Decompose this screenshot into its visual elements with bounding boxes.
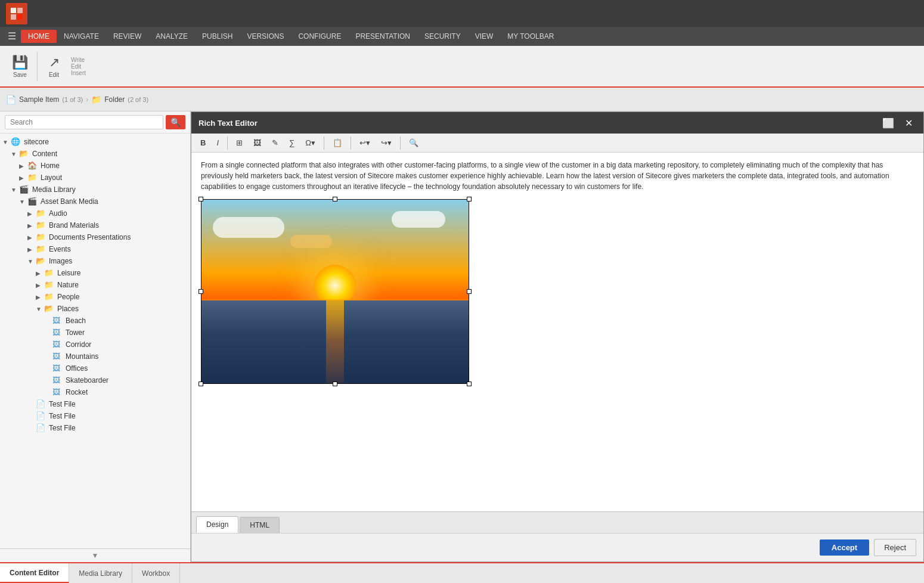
expand-arrow: ▶: [36, 294, 44, 300]
tree-item-leisure[interactable]: ▶ 📁 Leisure: [0, 267, 190, 279]
menu-item-analyze[interactable]: ANALYZE: [148, 30, 195, 43]
expand-arrow: ▶: [27, 246, 36, 253]
tree-item-test-file-3[interactable]: 📄 Test File: [0, 422, 190, 434]
tree-label-corridor: Corridor: [66, 340, 91, 349]
tree-item-nature[interactable]: ▶ 📁 Nature: [0, 279, 190, 291]
menu-item-configure[interactable]: CONFIGURE: [291, 30, 348, 43]
tab-html[interactable]: HTML: [240, 517, 280, 533]
tree-item-content[interactable]: ▼ 📂 Content: [0, 148, 190, 160]
rte-footer: Accept Reject: [191, 533, 923, 562]
tree-item-media-library[interactable]: ▼ 🎬 Media Library: [0, 184, 190, 196]
image-icon: 🖼: [52, 364, 63, 373]
toolbar-separator-3: [351, 137, 351, 150]
tree-item-brand-materials[interactable]: ▶ 📁 Brand Materials: [0, 219, 190, 231]
bold-button[interactable]: B: [196, 136, 210, 150]
tree-item-test-file-2[interactable]: 📄 Test File: [0, 410, 190, 422]
tree-item-mountains[interactable]: 🖼 Mountains: [0, 351, 190, 362]
rich-text-editor: Rich Text Editor ⬜ ✕ B I ⊞ 🖼 ✎ ∑ Ω▾ 📋 ↩: [191, 111, 924, 562]
rte-image-container[interactable]: [201, 199, 469, 384]
search-button[interactable]: 🔍: [166, 115, 185, 129]
cloud-3: [290, 235, 332, 248]
bottom-area: Content Editor Media Library Workbox 🔧 C…: [0, 562, 924, 583]
tree-item-documents-presentations[interactable]: ▶ 📁 Documents Presentations: [0, 231, 190, 243]
tree-item-images[interactable]: ▼ 📂 Images: [0, 255, 190, 267]
expand-arrow: ▼: [2, 139, 11, 145]
expand-arrow: ▶: [27, 210, 36, 217]
menu-item-publish[interactable]: PUBLISH: [195, 30, 240, 43]
save-label: Save: [13, 72, 27, 78]
tree-label-documents-presentations: Documents Presentations: [49, 233, 131, 241]
image-button[interactable]: 🖼: [249, 136, 265, 150]
tree-item-corridor[interactable]: 🖼 Corridor: [0, 339, 190, 351]
menu-item-review[interactable]: REVIEW: [106, 30, 148, 43]
tree-item-asset-bank[interactable]: ▼ 🎬 Asset Bank Media: [0, 196, 190, 207]
rte-body[interactable]: From a single connected platform that al…: [191, 153, 923, 511]
insert-label: Insert: [71, 70, 86, 76]
tree-item-skateboarder[interactable]: 🖼 Skateboarder: [0, 374, 190, 386]
tree-label-images: Images: [49, 257, 72, 265]
menu-item-home[interactable]: HOME: [21, 30, 57, 43]
main-layout: 🔍 ▼ 🌐 sitecore ▼ 📂 Content ▶ 🏠 Home: [0, 111, 924, 562]
tab-content-editor[interactable]: Content Editor: [0, 563, 69, 583]
tab-design[interactable]: Design: [196, 516, 238, 533]
tree-item-people[interactable]: ▶ 📁 People: [0, 291, 190, 303]
menu-item-presentation[interactable]: PRESENTATION: [348, 30, 417, 43]
tree-item-sitecore[interactable]: ▼ 🌐 sitecore: [0, 136, 190, 148]
tab-media-library[interactable]: Media Library: [69, 563, 132, 583]
root-icon: 🌐: [11, 137, 21, 147]
menu-item-my-toolbar[interactable]: MY TOOLBAR: [500, 30, 561, 43]
accept-button[interactable]: Accept: [820, 539, 869, 556]
folder-icon: 📂: [44, 304, 55, 314]
menu-item-view[interactable]: VIEW: [468, 30, 501, 43]
share-icon: ↗: [49, 55, 60, 70]
undo-button[interactable]: ↩▾: [355, 136, 374, 150]
image-icon: 🖼: [52, 328, 63, 337]
expand-arrow: ▼: [27, 258, 36, 265]
tree-label-home: Home: [41, 162, 60, 170]
edit-button[interactable]: ↗ Edit: [41, 52, 67, 80]
tree-item-offices[interactable]: 🖼 Offices: [0, 362, 190, 374]
folder-icon: 📁: [44, 268, 55, 278]
tree-label-test-file-1: Test File: [49, 400, 76, 408]
menu-item-navigate[interactable]: NAVIGATE: [57, 30, 106, 43]
table-button[interactable]: ⊞: [232, 136, 247, 150]
tree-item-test-file-1[interactable]: 📄 Test File: [0, 398, 190, 410]
sum-button[interactable]: ∑: [285, 136, 299, 150]
search-input[interactable]: [5, 115, 163, 129]
tree-item-rocket[interactable]: 🖼 Rocket: [0, 386, 190, 398]
tree-item-home[interactable]: ▶ 🏠 Home: [0, 160, 190, 172]
menu-item-security[interactable]: SECURITY: [417, 30, 468, 43]
expand-arrow: ▼: [36, 306, 44, 312]
italic-button[interactable]: I: [212, 136, 223, 150]
tree-item-audio[interactable]: ▶ 📁 Audio: [0, 207, 190, 219]
tree-item-events[interactable]: ▶ 📁 Events: [0, 243, 190, 255]
symbol-button[interactable]: Ω▾: [301, 136, 320, 150]
tree-item-places[interactable]: ▼ 📂 Places: [0, 303, 190, 315]
find-button[interactable]: 🔍: [405, 136, 423, 150]
image-icon: 🖼: [52, 352, 63, 361]
tree-scroll-down[interactable]: ▼: [0, 548, 190, 562]
tab-workbox[interactable]: Workbox: [132, 563, 180, 583]
tree-item-beach[interactable]: 🖼 Beach: [0, 315, 190, 327]
menu-item-versions[interactable]: VERSIONS: [240, 30, 291, 43]
tree-item-layout[interactable]: ▶ 📁 Layout: [0, 172, 190, 184]
hamburger-icon[interactable]: ☰: [3, 28, 21, 44]
rte-maximize-button[interactable]: ⬜: [879, 116, 898, 130]
tree-label-mountains: Mountains: [66, 352, 98, 361]
edit-tool-button[interactable]: ✎: [268, 136, 283, 150]
breadcrumb-item2-num: (2 of 3): [128, 96, 148, 103]
save-button[interactable]: 💾 Save: [6, 52, 34, 80]
folder-icon: 📁: [44, 292, 55, 302]
rte-close-button[interactable]: ✕: [901, 116, 916, 130]
toolbar-separator-4: [400, 137, 401, 150]
tree-item-tower[interactable]: 🖼 Tower: [0, 327, 190, 339]
reject-button[interactable]: Reject: [874, 539, 916, 556]
paste-button[interactable]: 📋: [328, 136, 346, 150]
ribbon-separator: [37, 51, 38, 81]
folder-icon: 📁: [36, 221, 46, 230]
tree-label-nature: Nature: [57, 281, 79, 289]
bold-icon: B: [200, 138, 206, 147]
rte-image: [201, 199, 469, 384]
redo-button[interactable]: ↪▾: [377, 136, 396, 150]
tree-label-offices: Offices: [66, 364, 88, 373]
